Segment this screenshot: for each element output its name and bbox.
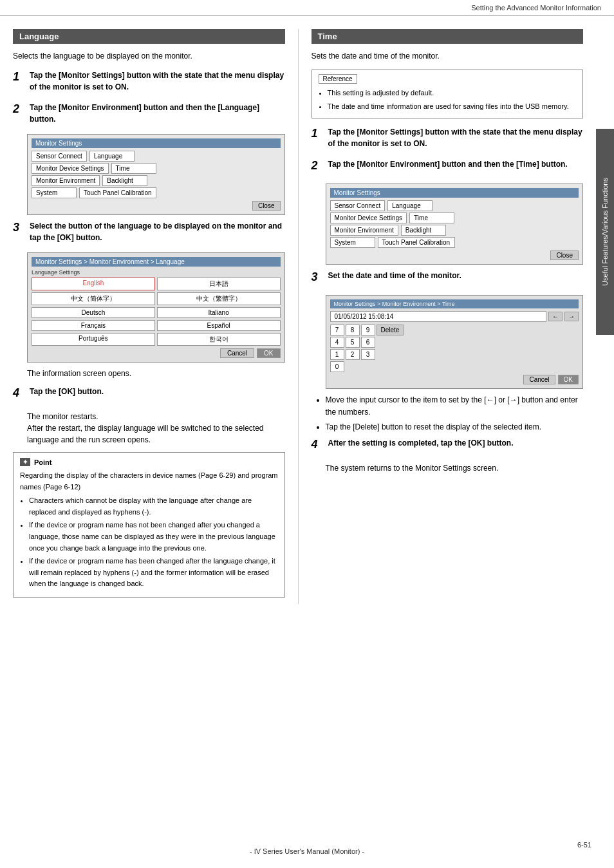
time-step-text-1: Tap the [Monitor Settings] button with t… (328, 126, 584, 149)
lang-deutsch[interactable]: Deutsch (32, 307, 155, 318)
point-label: Point (34, 458, 52, 466)
time-delete-btn[interactable]: Delete (377, 325, 404, 335)
time-btn-4[interactable]: 4 (330, 337, 344, 348)
screenshot-title-lang: Monitor Settings (32, 138, 281, 148)
time-step-text-2: Tap the [Monitor Environment] button and… (328, 158, 584, 175)
lang-italiano[interactable]: Italiano (157, 307, 281, 318)
lang-japanese[interactable]: 日本語 (157, 278, 281, 290)
time-step-3: 3 Set the date and time of the monitor. (312, 270, 584, 286)
time-settings-screenshot: Monitor Settings > Monitor Environment >… (326, 295, 584, 389)
step4-line2: After the restart, the display language … (27, 424, 264, 444)
language-heading: Language (13, 29, 285, 44)
time-numpad-row2: 4 5 6 (330, 337, 579, 348)
ss-row-1: Sensor Connect Language (32, 151, 281, 162)
time-step-4: 4 After the setting is completed, tap th… (312, 437, 584, 453)
ref-bullet-2: The date and time information are used f… (328, 101, 577, 113)
point-icon: ✦ (20, 458, 30, 466)
time-arrow-left[interactable]: ← (548, 312, 563, 321)
step-text-4: Tap the [OK] button. (30, 386, 285, 402)
language-step-2: 2 Tap the [Monitor Environment] button a… (13, 102, 285, 125)
lang-portugues[interactable]: Português (32, 333, 155, 346)
language-step-4: 4 Tap the [OK] button. (13, 386, 285, 402)
step-text-3: Select the button of the language to be … (30, 220, 285, 243)
ss-close-btn: Close (252, 201, 281, 211)
ts-monitor-env: Monitor Environment (330, 225, 398, 236)
time-numpad-row1: 7 8 9 Delete (330, 325, 579, 335)
language-section: Language Selects the language to be disp… (13, 29, 299, 604)
ts-sensor-connect: Sensor Connect (330, 200, 386, 211)
ts-monitor-device: Monitor Device Settings (330, 212, 407, 223)
ss-row-2: Monitor Device Settings Time (32, 163, 281, 174)
time-step-num-2: 2 (312, 157, 326, 175)
step4-line1: The monitor restarts. (27, 412, 98, 421)
time-step-text-3: Set the date and time of the monitor. (328, 270, 584, 286)
lang-ok-button[interactable]: OK (257, 348, 280, 358)
lang-chinese-simplified[interactable]: 中文（简体字） (32, 292, 155, 305)
step-num-2: 2 (13, 100, 27, 125)
time-btn-1[interactable]: 1 (330, 349, 344, 360)
reference-bullets: This setting is adjusted by default. The… (328, 88, 577, 112)
lang-chinese-traditional[interactable]: 中文（繁體字） (157, 292, 281, 305)
ref-bullet-1: This setting is adjusted by default. (328, 88, 577, 99)
time-btn-5[interactable]: 5 (346, 337, 360, 348)
reference-text: This setting is adjusted by default. The… (319, 88, 577, 112)
step-num-3: 3 (13, 219, 27, 243)
time-btn-8[interactable]: 8 (346, 325, 360, 335)
time-step-text-4: After the setting is completed, tap the … (328, 437, 584, 453)
point-bullet-2: If the device or program name has not be… (29, 520, 278, 554)
time-date-field[interactable]: 01/05/2012 15:08:14 (330, 311, 547, 322)
ss-backlight: Backlight (102, 175, 147, 186)
time-btn-7[interactable]: 7 (330, 325, 344, 335)
point-intro: Regarding the display of the characters … (20, 470, 278, 493)
step3-bullet-1: Move the input cursor to the item to set… (326, 394, 584, 419)
time-cancel-button[interactable]: Cancel (523, 375, 555, 384)
time-arrow-right[interactable]: → (564, 312, 579, 321)
footer-center: - IV Series User's Manual (Monitor) - (178, 847, 436, 855)
monitor-settings-screenshot-lang: Monitor Settings Sensor Connect Language… (27, 134, 285, 215)
point-bullets: Characters which cannot be display with … (29, 495, 278, 590)
time-step4-info: The system returns to the Monitor Settin… (326, 462, 584, 474)
time-btn-0[interactable]: 0 (330, 361, 344, 372)
ts-system: System (330, 237, 375, 248)
time-desc: Sets the date and time of the monitor. (312, 50, 584, 62)
monitor-settings-screenshot-time: Monitor Settings Sensor Connect Language… (326, 184, 584, 265)
time-numpad-row3: 1 2 3 (330, 349, 579, 360)
time-ok-button[interactable]: OK (558, 375, 579, 384)
lang-cancel-button[interactable]: Cancel (220, 348, 254, 358)
ss-close-row: Close (32, 201, 281, 211)
time-step-num-1: 1 (312, 125, 326, 149)
time-date-row: 01/05/2012 15:08:14 ← → (330, 311, 579, 322)
lang-english[interactable]: English (32, 278, 155, 290)
lang-francais[interactable]: Français (32, 320, 155, 331)
lang-buttons: Cancel OK (32, 348, 281, 358)
step-text-1: Tap the [Monitor Settings] button with t… (30, 70, 285, 93)
step-text-2: Tap the [Monitor Environment] button and… (30, 102, 285, 125)
lang-espanol[interactable]: Español (157, 320, 281, 331)
lang-screenshot-title: Monitor Settings > Monitor Environment >… (32, 257, 281, 267)
step-num-1: 1 (13, 68, 27, 93)
point-bullet-1: Characters which cannot be display with … (29, 495, 278, 518)
time-btn-2[interactable]: 2 (346, 349, 360, 360)
time-step-2: 2 Tap the [Monitor Environment] button a… (312, 158, 584, 175)
ts-touch-calibration: Touch Panel Calibration (378, 237, 455, 248)
ss-monitor-device: Monitor Device Settings (32, 163, 109, 174)
ss-row-4: System Touch Panel Calibration (32, 187, 281, 198)
ss-sensor-connect: Sensor Connect (32, 151, 87, 162)
time-numpad-row4: 0 (330, 361, 579, 372)
point-text: Regarding the display of the characters … (20, 470, 278, 590)
step-num-4: 4 (13, 384, 27, 402)
language-settings-screenshot: Monitor Settings > Monitor Environment >… (27, 252, 285, 363)
language-desc: Selects the language to be displayed on … (13, 50, 285, 62)
lang-korean[interactable]: 한국어 (157, 333, 281, 346)
ss-time: Time (111, 163, 156, 174)
time-btn-3[interactable]: 3 (361, 349, 375, 360)
time-step-1: 1 Tap the [Monitor Settings] button with… (312, 126, 584, 149)
time-btn-9[interactable]: 9 (361, 325, 375, 335)
ss-monitor-env: Monitor Environment (32, 175, 100, 186)
ss-language: Language (89, 151, 135, 162)
time-btn-6[interactable]: 6 (361, 337, 375, 348)
page-header: Setting the Advanced Monitor Information (0, 0, 614, 16)
reference-label: Reference (319, 74, 357, 84)
reference-box: Reference This setting is adjusted by de… (312, 70, 584, 118)
ss-touch-calibration: Touch Panel Calibration (79, 187, 156, 198)
